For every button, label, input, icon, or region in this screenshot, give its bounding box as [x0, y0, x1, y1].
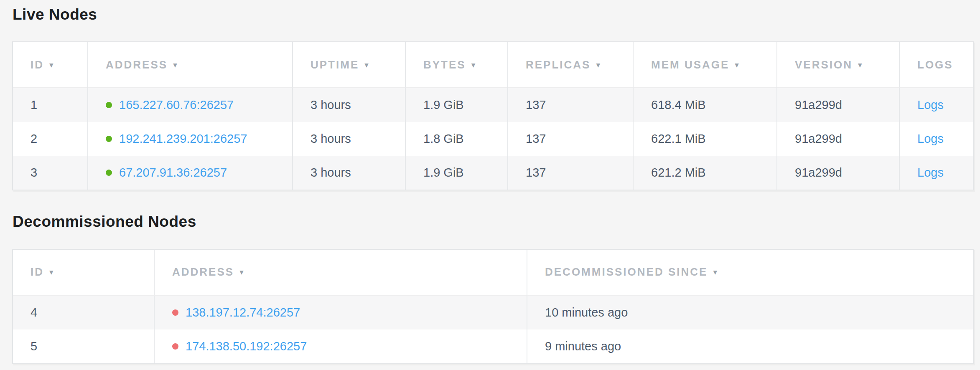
cell-mem-usage: 622.1 MiB — [633, 122, 776, 156]
cell-bytes: 1.8 GiB — [405, 122, 507, 156]
live-col-header-version[interactable]: VERSION▾ — [776, 42, 899, 88]
sort-arrow-icon: ▾ — [49, 267, 53, 277]
live-status-icon — [106, 170, 112, 176]
decommissioned-nodes-section: Decommissioned Nodes ID▾ ADDRESS▾ DECOMM… — [12, 190, 974, 364]
live-node-row: 1 165.227.60.76:26257 3 hours 1.9 GiB 13… — [13, 88, 973, 122]
column-label: ADDRESS — [106, 58, 168, 71]
column-label: UPTIME — [311, 58, 359, 71]
sort-arrow-icon: ▾ — [471, 60, 476, 70]
decommissioned-node-row: 4 138.197.12.74:26257 10 minutes ago — [13, 296, 973, 329]
live-col-header-logs: LOGS — [899, 42, 973, 88]
sort-arrow-icon: ▾ — [173, 60, 177, 70]
cell-node-address: 192.241.239.201:26257 — [87, 122, 292, 156]
decommissioned-status-icon — [172, 343, 178, 350]
node-address-link[interactable]: 192.241.239.201:26257 — [119, 132, 247, 145]
sort-arrow-icon: ▾ — [364, 60, 369, 70]
live-nodes-title: Live Nodes — [12, 0, 974, 24]
node-address-link[interactable]: 138.197.12.74:26257 — [186, 306, 300, 319]
column-label: ID — [31, 266, 44, 278]
cell-node-id: 2 — [13, 122, 87, 156]
sort-arrow-icon: ▾ — [596, 60, 600, 70]
decommissioned-status-icon — [172, 309, 178, 316]
logs-link[interactable]: Logs — [917, 166, 944, 179]
live-col-header-replicas[interactable]: REPLICAS▾ — [507, 42, 633, 88]
live-nodes-table: ID▾ ADDRESS▾ UPTIME▾ BYTES▾ REPLICAS▾ — [12, 41, 974, 190]
sort-arrow-icon: ▾ — [735, 60, 739, 70]
cell-bytes: 1.9 GiB — [405, 88, 507, 122]
decommissioned-node-row: 5 174.138.50.192:26257 9 minutes ago — [13, 329, 973, 363]
column-label: ADDRESS — [172, 266, 234, 278]
cell-node-id: 3 — [13, 156, 87, 190]
decommissioned-nodes-title: Decommissioned Nodes — [12, 190, 974, 231]
decommissioned-nodes-table: ID▾ ADDRESS▾ DECOMMISSIONED SINCE▾ 4 138… — [12, 249, 974, 364]
column-label: MEM USAGE — [651, 58, 729, 71]
column-label: VERSION — [795, 58, 853, 71]
decommissioned-col-header-since[interactable]: DECOMMISSIONED SINCE▾ — [527, 250, 973, 296]
cell-decommissioned-since: 10 minutes ago — [527, 296, 973, 329]
sort-arrow-icon: ▾ — [858, 60, 862, 70]
column-label: BYTES — [423, 58, 466, 71]
cell-version: 91a299d — [776, 122, 899, 156]
live-node-row: 2 192.241.239.201:26257 3 hours 1.8 GiB … — [13, 122, 973, 156]
cell-node-id: 1 — [13, 88, 87, 122]
cell-uptime: 3 hours — [292, 156, 405, 190]
cell-replicas: 137 — [507, 88, 633, 122]
cell-bytes: 1.9 GiB — [405, 156, 507, 190]
cell-uptime: 3 hours — [292, 88, 405, 122]
sort-arrow-icon: ▾ — [239, 267, 244, 277]
column-label: DECOMMISSIONED SINCE — [545, 266, 708, 278]
live-node-row: 3 67.207.91.36:26257 3 hours 1.9 GiB 137… — [13, 156, 973, 190]
live-status-icon — [106, 102, 112, 108]
live-nodes-header-row: ID▾ ADDRESS▾ UPTIME▾ BYTES▾ REPLICAS▾ — [13, 42, 973, 88]
nodes-overview-page: Live Nodes ID▾ ADDRESS▾ UPTIME▾ — [0, 0, 980, 370]
cell-replicas: 137 — [507, 122, 633, 156]
live-col-header-address[interactable]: ADDRESS▾ — [87, 42, 292, 88]
column-label: REPLICAS — [526, 58, 591, 71]
cell-node-address: 138.197.12.74:26257 — [154, 296, 527, 329]
cell-version: 91a299d — [776, 88, 899, 122]
node-address-link[interactable]: 165.227.60.76:26257 — [119, 98, 234, 112]
live-col-header-mem-usage[interactable]: MEM USAGE▾ — [633, 42, 776, 88]
cell-node-address: 165.227.60.76:26257 — [87, 88, 292, 122]
cell-node-id: 5 — [13, 329, 154, 363]
node-address-link[interactable]: 174.138.50.192:26257 — [186, 340, 307, 353]
live-nodes-section: Live Nodes ID▾ ADDRESS▾ UPTIME▾ — [12, 0, 974, 190]
logs-link[interactable]: Logs — [917, 132, 944, 145]
cell-logs: Logs — [899, 122, 973, 156]
column-label: ID — [31, 58, 44, 71]
decommissioned-col-header-id[interactable]: ID▾ — [13, 250, 154, 296]
cell-uptime: 3 hours — [292, 122, 405, 156]
live-status-icon — [106, 136, 112, 142]
live-col-header-id[interactable]: ID▾ — [13, 42, 87, 88]
cell-mem-usage: 621.2 MiB — [633, 156, 776, 190]
cell-logs: Logs — [899, 156, 973, 190]
cell-decommissioned-since: 9 minutes ago — [527, 329, 973, 363]
live-col-header-bytes[interactable]: BYTES▾ — [405, 42, 507, 88]
cell-mem-usage: 618.4 MiB — [633, 88, 776, 122]
column-label: LOGS — [917, 58, 953, 71]
decommissioned-nodes-header-row: ID▾ ADDRESS▾ DECOMMISSIONED SINCE▾ — [13, 250, 973, 296]
live-col-header-uptime[interactable]: UPTIME▾ — [292, 42, 405, 88]
sort-arrow-icon: ▾ — [713, 267, 717, 277]
cell-node-address: 174.138.50.192:26257 — [154, 329, 527, 363]
decommissioned-col-header-address[interactable]: ADDRESS▾ — [154, 250, 527, 296]
logs-link[interactable]: Logs — [917, 98, 944, 112]
cell-replicas: 137 — [507, 156, 633, 190]
cell-version: 91a299d — [776, 156, 899, 190]
sort-arrow-icon: ▾ — [49, 60, 53, 70]
node-address-link[interactable]: 67.207.91.36:26257 — [119, 166, 227, 179]
cell-logs: Logs — [899, 88, 973, 122]
cell-node-address: 67.207.91.36:26257 — [87, 156, 292, 190]
cell-node-id: 4 — [13, 296, 154, 329]
